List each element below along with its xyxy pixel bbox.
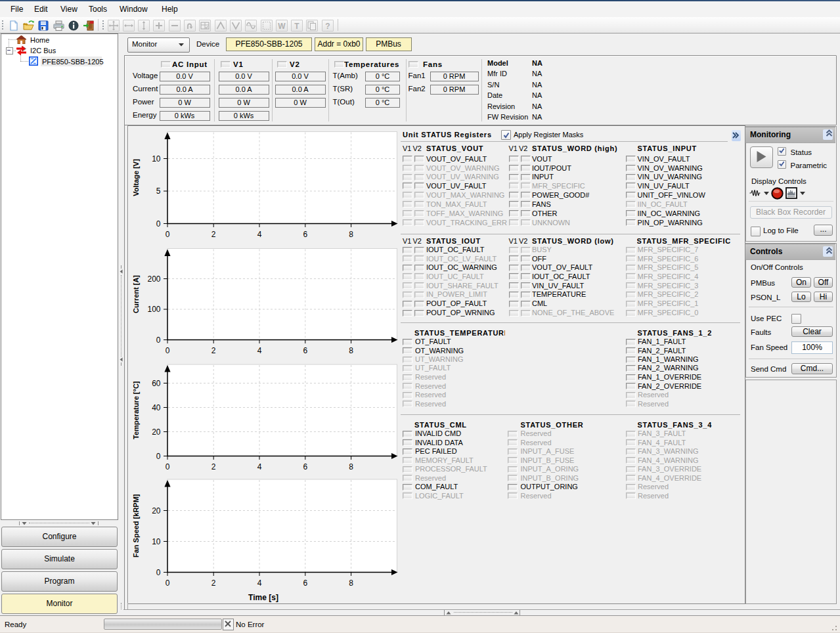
svg-text:Fan Speed [kRPM]: Fan Speed [kRPM] [132, 494, 140, 557]
svg-text:4: 4 [257, 346, 262, 355]
svg-text:60: 60 [152, 379, 161, 388]
svg-text:0: 0 [166, 462, 170, 471]
svg-text:8: 8 [349, 578, 353, 588]
svg-text:8: 8 [349, 462, 353, 471]
svg-text:200: 200 [147, 274, 160, 284]
svg-text:0: 0 [166, 578, 170, 588]
svg-text:Current [A]: Current [A] [132, 275, 140, 313]
svg-text:2: 2 [211, 230, 216, 239]
svg-text:2: 2 [211, 462, 216, 471]
svg-text:10: 10 [152, 154, 161, 164]
svg-text:T: T [294, 22, 299, 31]
svg-text:100: 100 [147, 305, 160, 314]
svg-text:0: 0 [156, 452, 161, 461]
svg-text:0: 0 [166, 346, 170, 355]
svg-text:2: 2 [211, 346, 216, 355]
svg-text:4: 4 [257, 462, 262, 471]
svg-text:6: 6 [303, 578, 307, 588]
svg-text:8: 8 [349, 346, 353, 355]
svg-text:0: 0 [166, 230, 170, 239]
svg-text:4: 4 [257, 230, 262, 239]
svg-text:Time [s]: Time [s] [248, 593, 278, 602]
svg-text:40: 40 [152, 403, 161, 412]
svg-text:6: 6 [303, 462, 307, 471]
svg-text:20: 20 [152, 427, 161, 437]
svg-text:0: 0 [156, 336, 161, 345]
svg-text:?: ? [325, 22, 330, 31]
svg-text:8: 8 [349, 230, 353, 239]
svg-text:Temperature [°C]: Temperature [°C] [132, 381, 140, 439]
svg-text:W: W [278, 22, 286, 31]
svg-text:5: 5 [156, 186, 161, 196]
svg-text:2: 2 [211, 578, 216, 588]
svg-text:10: 10 [152, 537, 161, 546]
svg-text:4: 4 [257, 578, 262, 588]
svg-text:6: 6 [303, 230, 307, 239]
svg-text:0: 0 [156, 568, 161, 577]
svg-text:20: 20 [152, 506, 161, 515]
svg-text:6: 6 [303, 346, 307, 355]
svg-text:Voltage [V]: Voltage [V] [132, 159, 140, 196]
svg-text:0: 0 [156, 219, 161, 229]
